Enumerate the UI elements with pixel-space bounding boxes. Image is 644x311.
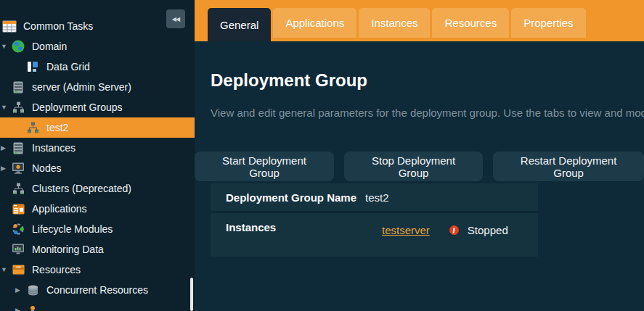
sidebar-item-instances[interactable]: ▶ Instances [0,138,195,158]
main-content: General Applications Instances Resources… [195,0,644,311]
sidebar-item-applications[interactable]: Applications [0,199,195,219]
sidebar-item-test2[interactable]: test2 [0,117,195,138]
sidebar-scrollbar-thumb[interactable] [190,278,193,311]
globe-icon [11,40,25,54]
tab-general[interactable]: General [208,8,271,41]
sidebar-item-lifecycle-modules[interactable]: Lifecycle Modules [0,219,195,239]
database-icon [25,283,40,297]
sidebar-item-concurrent-resources[interactable]: ▶ Concurrent Resources [0,280,195,300]
sidebar-item-label: Common Tasks [23,20,93,32]
data-grid-icon [25,60,40,74]
action-button-row: Start Deployment Group Stop Deployment G… [195,152,644,181]
deployment-group-name-value: test2 [365,191,389,204]
tab-properties[interactable]: Properties [511,8,585,38]
monitor-icon [11,243,25,257]
table-row: Deployment Group Name test2 [211,183,538,211]
expander-collapsed-icon[interactable]: ▶ [0,158,11,178]
sidebar-item-server[interactable]: server (Admin Server) [0,77,195,97]
expander-expanded-icon[interactable]: ▼ [0,260,11,280]
sidebar-item-label: Lifecycle Modules [32,223,113,235]
sidebar-item-data-grid[interactable]: Data Grid [0,57,195,77]
stop-deployment-group-button[interactable]: Stop Deployment Group [344,152,483,181]
sidebar-item-common-tasks[interactable]: Common Tasks [0,16,195,36]
expander-collapsed-icon[interactable]: ▶ [15,300,25,311]
expander-expanded-icon[interactable]: ▼ [0,97,11,117]
page-title: Deployment Group [211,70,367,91]
cluster-icon [25,121,40,135]
app-window-icon [11,202,25,216]
sidebar-item-deployment-groups[interactable]: ▼ Deployment Groups [0,97,195,117]
cluster-icon [11,182,25,196]
sidebar-item-domain[interactable]: ▼ Domain [0,36,195,57]
sidebar-item-label: Resources [32,264,81,275]
sidebar-item-nodes[interactable]: ▶ Nodes [0,158,195,178]
deployment-group-table: Deployment Group Name test2 Instances te… [211,183,538,257]
sidebar-item-label: Domain [32,41,67,52]
lifecycle-icon [11,223,25,236]
sidebar-item-label: Clusters (Deprecated) [32,183,131,194]
partial-icon [25,304,40,311]
sidebar-item-label: Monitoring Data [32,244,104,255]
double-left-arrow-icon: ◀◀ [172,16,179,22]
server-icon [11,80,25,94]
sidebar-item-resources[interactable]: ▼ Resources [0,260,195,280]
tasks-grid-icon [1,20,17,33]
start-deployment-group-button[interactable]: Start Deployment Group [195,152,334,181]
resources-box-icon [11,263,25,277]
sidebar-item-label: Data Grid [46,61,90,72]
tab-instances[interactable]: Instances [359,8,430,38]
sidebar-item-clusters[interactable]: Clusters (Deprecated) [0,178,195,199]
sidebar-item-label: Nodes [32,162,61,174]
status-badge: Stopped [468,224,508,236]
expander-collapsed-icon[interactable]: ▶ [0,138,11,158]
tab-applications[interactable]: Applications [273,8,356,38]
cluster-icon [11,101,25,115]
sidebar-item-label: Deployment Groups [32,101,123,113]
testserver-link[interactable]: testserver [382,224,430,236]
expander-expanded-icon[interactable]: ▼ [0,36,11,57]
node-monitor-icon [11,162,25,175]
sidebar-item-label: server (Admin Server) [32,81,131,93]
restart-deployment-group-button[interactable]: Restart Deployment Group [493,152,644,181]
table-row: Instances testserver Stopped [211,213,538,257]
sidebar-item-label: Instances [32,142,76,154]
sidebar-item-label: Applications [32,203,87,215]
row-label: Instances [211,213,365,233]
server-icon [11,141,25,155]
sidebar-collapse-button[interactable]: ◀◀ [166,9,185,28]
stopped-icon [449,225,459,235]
tab-resources[interactable]: Resources [432,8,509,38]
expander-collapsed-icon[interactable]: ▶ [15,280,25,300]
tab-bar: General Applications Instances Resources… [208,8,586,41]
sidebar-item-label: test2 [46,122,68,133]
page-description: View and edit general parameters for the… [211,107,644,119]
sidebar-item-monitoring-data[interactable]: Monitoring Data [0,239,195,260]
sidebar-item-label: Concurrent Resources [46,284,148,296]
sidebar-item-partial[interactable]: ▶ [0,300,195,311]
instance-status-cell: testserver Stopped [382,224,508,236]
row-label: Deployment Group Name [211,191,365,204]
navigation-sidebar: Common Tasks ▼ Domain Data Grid server (… [0,0,195,311]
